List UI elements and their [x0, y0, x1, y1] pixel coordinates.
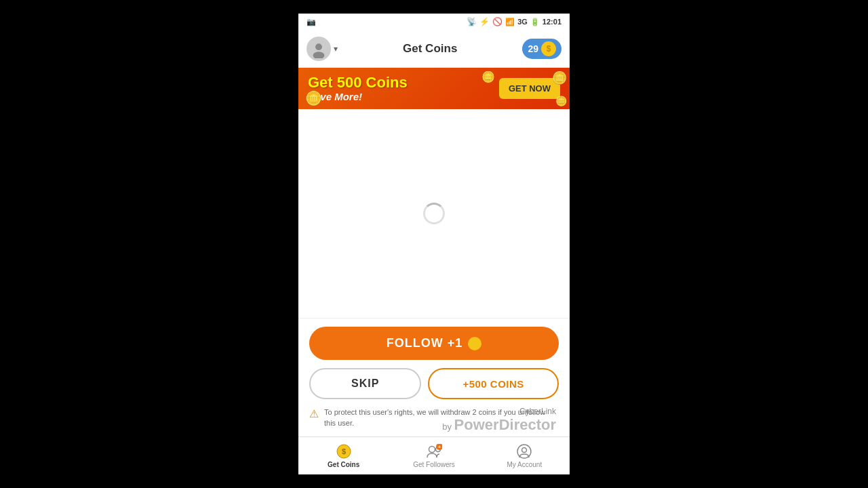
promo-banner[interactable]: 🪙 🪙 🪙 🪙 Get 500 Coins Save More! GET NOW	[298, 68, 570, 109]
app-header: ▾ Get Coins 29 $	[298, 30, 570, 68]
my-account-nav-icon	[516, 443, 532, 460]
nav-item-my-account[interactable]: My Account	[479, 437, 570, 474]
banner-subtitle: Save More!	[308, 91, 408, 102]
skip-button[interactable]: SKIP	[309, 368, 421, 399]
svg-point-5	[429, 447, 435, 453]
page-title: Get Coins	[338, 42, 522, 56]
coin-balance-badge: 29 $	[522, 39, 561, 59]
network-label: 3G	[517, 18, 528, 26]
follow-label: FOLLOW +1	[387, 336, 463, 350]
svg-point-1	[315, 43, 322, 50]
warning-message: ⚠ To protect this user's rights, we will…	[309, 407, 559, 428]
get-followers-nav-icon: +	[426, 443, 442, 460]
banner-coin-decoration: 🪙	[305, 90, 322, 106]
nav-label-get-coins: Get Coins	[328, 461, 359, 468]
nav-item-get-followers[interactable]: + Get Followers	[389, 437, 479, 474]
avatar	[307, 37, 331, 61]
banner-title: Get 500 Coins	[308, 75, 408, 91]
svg-text:$: $	[342, 447, 346, 455]
battery-icon: 🔋	[530, 18, 540, 26]
banner-corner-coin: 🪙	[552, 70, 567, 85]
nav-item-get-coins[interactable]: $ Get Coins	[298, 437, 389, 474]
follow-button[interactable]: FOLLOW +1	[309, 327, 559, 360]
status-bar: 📷 📡 ⚡ 🚫 📶 3G 🔋 12:01	[298, 14, 570, 30]
banner-corner-coin2: 🪙	[555, 96, 567, 106]
secondary-buttons-row: SKIP +500 COINS	[309, 368, 559, 399]
main-content-area	[298, 109, 570, 318]
bottom-actions: FOLLOW +1 SKIP +500 COINS ⚠ To protect t…	[298, 318, 570, 436]
warning-text: To protect this user's rights, we will w…	[324, 407, 559, 428]
bottom-navigation: $ Get Coins + Get Followers	[298, 436, 570, 474]
nav-label-my-account: My Account	[507, 461, 542, 468]
nav-label-get-followers: Get Followers	[413, 461, 455, 468]
user-avatar-area[interactable]: ▾	[307, 37, 338, 61]
signal-icon: 📶	[505, 18, 515, 26]
get-now-button[interactable]: GET NOW	[499, 78, 560, 99]
svg-point-10	[522, 448, 527, 453]
coin-dollar-icon: $	[541, 41, 556, 56]
bluetooth-icon: ⚡	[479, 17, 490, 26]
dnd-icon: 🚫	[492, 17, 502, 26]
banner-coin-decoration2: 🪙	[481, 70, 495, 83]
follow-coin-dot-icon	[468, 337, 481, 350]
warning-icon: ⚠	[309, 407, 319, 422]
loading-spinner	[423, 203, 445, 224]
svg-text:+: +	[438, 444, 441, 450]
time-display: 12:01	[542, 18, 561, 26]
coins-reward-button[interactable]: +500 COINS	[428, 368, 559, 399]
coin-count: 29	[528, 43, 538, 54]
get-coins-nav-icon: $	[336, 443, 352, 460]
camera-icon: 📷	[307, 18, 316, 26]
cast-icon: 📡	[467, 17, 477, 26]
